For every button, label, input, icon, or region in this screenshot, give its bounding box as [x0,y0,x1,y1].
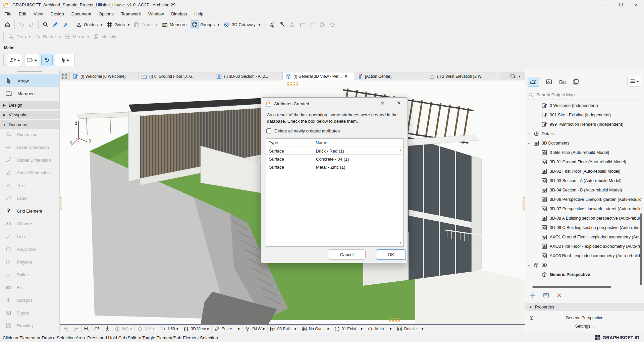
menu-item[interactable]: Bimdots [167,10,191,18]
tree-item[interactable]: 3D-01 Ground Floor (Auto-rebuild Model) [525,157,642,167]
toolbox-tool[interactable]: Spline [0,268,60,281]
tree-item[interactable]: 3D-09 C Building section perspective (Au… [525,223,642,232]
magnet-snap-button[interactable] [41,54,53,66]
tree-item[interactable]: Generic Perspective [525,270,642,279]
tree-item[interactable]: AXO2 First Floor - exploded axonometry (… [525,242,642,251]
table-header[interactable]: Type Name [266,139,403,147]
toolbox-tool[interactable]: 1.2 Level Dimension [0,141,60,154]
ok-button[interactable]: OK [376,249,406,260]
marquee-selection-button[interactable]: ▶ [24,54,39,66]
scroll-down-icon[interactable]: ▼ [399,241,402,244]
tool-marquee[interactable]: Marquee [0,87,60,100]
favorites-button[interactable]: 1 [41,20,50,30]
menu-item[interactable]: Design [47,10,67,18]
home-button[interactable] [3,20,12,30]
tree-item[interactable]: 3D-08 A Building section perspective (Au… [525,214,642,223]
menu-item[interactable]: Edit [15,10,30,18]
toolbox-tool[interactable]: Figure [0,306,60,319]
toolbox-tool[interactable]: Line [0,230,60,243]
project-map-tab[interactable] [528,77,539,87]
toolbox-tool[interactable]: 1.2 Radial Dimension [0,154,60,166]
tree-caret-icon[interactable]: › [527,141,532,145]
mirror-button[interactable]: Mirror▼ [63,32,91,42]
tree-vertical-scrollbar[interactable] [640,213,642,285]
rotate-button[interactable]: Rotate▼ [33,32,63,42]
cancel-button[interactable]: Cancel [328,249,366,260]
settings-button[interactable]: Settings... [525,324,644,329]
view-tab[interactable]: (!) General 3D View - Per... ✕ [283,72,354,80]
tree-item[interactable]: › 3D [525,261,642,270]
quick-option[interactable]: N/A ▶ [135,325,157,333]
view-map-tab[interactable] [543,77,555,87]
extrude-button[interactable] [287,20,297,30]
inject-parameters-button[interactable] [60,20,70,30]
quick-option[interactable]: 1:50 ▶ [157,325,181,333]
quick-option[interactable]: N/A ▶ [112,325,135,333]
tree-horizontal-scrollbar[interactable] [532,286,611,288]
tab-list-dropdown-button[interactable]: ▼ [505,72,525,80]
project-map-search[interactable] [528,90,641,100]
toolbox-tool[interactable]: 1 Grid Element [0,205,60,217]
menu-item[interactable]: Document [68,10,95,18]
toolbox-tool[interactable]: Polyline [0,255,60,268]
dialog-help-button[interactable]: ? [379,100,386,106]
close-button[interactable]: ✕ [629,0,644,9]
drag-button[interactable]: Drag▼ [6,32,33,42]
toolbox-group-viewpoint[interactable]: ▶ Viewpoint [0,111,60,119]
tool-arrow[interactable]: Arrow [0,74,60,87]
redo-button[interactable] [26,20,36,30]
panel-drag-handle[interactable] [17,71,42,72]
groups-caret-icon[interactable]: ▼ [217,23,220,26]
tree-caret-icon[interactable]: › [527,263,532,267]
pickup-parameters-button[interactable] [50,20,60,30]
guides-button[interactable]: Guides▼ [74,20,105,30]
view-tab[interactable]: (!) 0. Ground Floor [0. G... [139,72,213,80]
tree-item[interactable]: AXO1 Ground Floor - exploded axonometry … [525,232,642,242]
quick-option[interactable]: Main ... ▶ [365,325,394,333]
measure-button[interactable]: 12 Measure [160,20,189,30]
grids-button[interactable]: Grids▼ [105,20,132,30]
toolbox-tool[interactable]: A1 Label [0,192,60,205]
multiply-button[interactable]: Multiply... [91,32,121,42]
tree-item[interactable]: 3D-07 Perspective Linework - street (Aut… [525,204,642,214]
toolbox-tool[interactable]: α Angle Dimension [0,166,60,179]
graphisoft-id[interactable]: GRAPHISOFT ID [595,335,639,340]
toolbox-tool[interactable]: A Text [0,179,60,192]
column-header-name[interactable]: Name [313,140,403,145]
quick-option[interactable]: B&W ▶ [243,325,268,333]
minimize-button[interactable]: — [598,0,613,9]
menu-item[interactable]: File [1,10,15,18]
tab-close-icon[interactable]: ✕ [344,74,348,79]
lasso-selection-button[interactable]: ▶ [7,54,22,66]
quick-option[interactable] [61,325,71,333]
intersect-button[interactable] [297,20,307,30]
dialog-resize-grip[interactable] [403,259,407,262]
view-tab[interactable]: [Action Center] [354,72,426,80]
toolbox-tool[interactable]: Fill [0,281,60,294]
tree-item[interactable]: 3D-06 Perspective Linework garden (Auto-… [525,195,642,204]
add-viewpoint-button[interactable] [530,292,536,298]
toolbox-group-design[interactable]: ▶ Design [0,101,60,110]
scroll-up-icon[interactable]: ▲ [399,148,402,152]
quick-option[interactable] [102,325,112,333]
quick-option[interactable]: 3D View ▶ [181,325,212,333]
grids-caret-icon[interactable]: ▼ [127,23,130,26]
roofmaker-button[interactable] [327,20,337,30]
tree-item[interactable]: 999 Twinmotion Renders (Independent) [525,120,642,129]
fillet-button[interactable] [307,20,317,30]
tree-item[interactable]: AXO3 Roof - exploded axonometry (Auto-re… [525,251,642,261]
view-tab[interactable]: (!) 2 West Elevation [2 W... [426,72,500,80]
menu-item[interactable]: Help [191,10,207,18]
layout-book-tab[interactable] [557,77,568,87]
view-tab[interactable]: (!) 3D-03 Section - A [3... [213,72,283,80]
navigator-menu-button[interactable]: ▶ [627,76,641,87]
dialog-close-button[interactable]: ✕ [395,100,403,106]
quick-option[interactable]: 01 Exist... ▶ [332,325,366,333]
delete-attributes-checkbox[interactable]: Delete all newly created attributes [266,128,340,133]
search-input[interactable] [536,92,630,97]
publisher-tab[interactable] [570,77,582,87]
tree-item[interactable]: › 3D Documents [525,138,642,148]
tree-item[interactable]: 3D-03 Section - A (Auto-rebuild Model) [525,176,642,185]
delete-viewpoint-button[interactable] [556,293,562,298]
quick-option[interactable]: Detaile... ▶ [394,325,426,333]
